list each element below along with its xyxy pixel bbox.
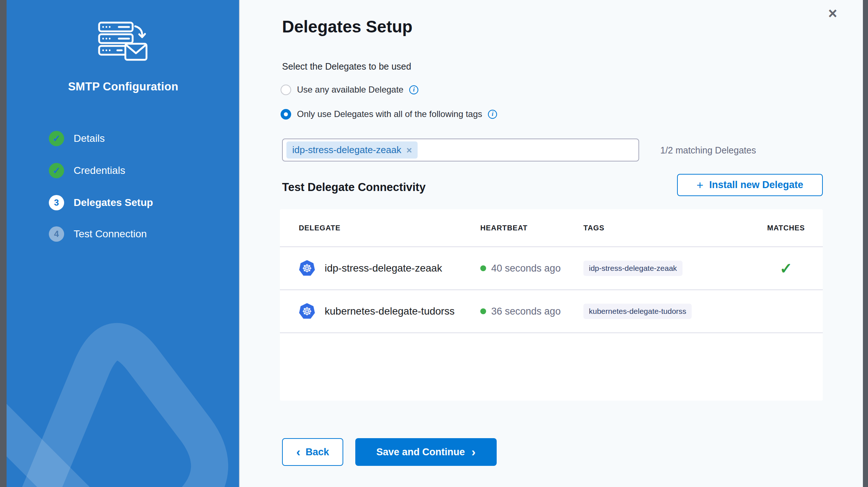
delegate-tag-badge: kubernetes-delegate-tudorss xyxy=(583,304,692,319)
back-button-label: Back xyxy=(305,447,329,458)
kubernetes-icon: ☸ xyxy=(299,260,315,277)
step-complete-check-icon: ✓ xyxy=(49,131,64,146)
sidebar-item-delegates-setup[interactable]: 3 Delegates Setup xyxy=(49,194,153,211)
smtp-servers-mail-icon xyxy=(98,21,149,62)
column-header-heartbeat: HEARTBEAT xyxy=(480,224,583,232)
wizard-title: SMTP Configuration xyxy=(7,80,240,93)
install-button-label: Install new Delegate xyxy=(709,179,803,191)
close-icon[interactable]: × xyxy=(824,5,841,22)
column-header-delegate: DELEGATE xyxy=(299,224,480,232)
step-number-badge: 4 xyxy=(49,226,64,242)
delegate-name: idp-stress-delegate-zeaak xyxy=(325,262,442,274)
delegate-tags-input[interactable]: idp-stress-delegate-zeaak × xyxy=(282,139,639,161)
heartbeat-time: 40 seconds ago xyxy=(491,263,561,274)
step-complete-check-icon: ✓ xyxy=(49,163,64,178)
kubernetes-icon: ☸ xyxy=(299,303,315,320)
sidebar-item-test-connection[interactable]: 4 Test Connection xyxy=(49,225,147,243)
radio-circle-selected-icon[interactable] xyxy=(281,109,291,120)
heartbeat-status-dot xyxy=(480,265,486,271)
plus-icon: + xyxy=(697,179,704,191)
radio-circle-icon[interactable] xyxy=(281,85,291,95)
save-button-label: Save and Continue xyxy=(376,447,465,458)
tag-chip-label: idp-stress-delegate-zeaak xyxy=(292,144,401,156)
remove-tag-icon[interactable]: × xyxy=(406,145,412,155)
radio-label: Only use Delegates with all of the follo… xyxy=(297,109,482,119)
chevron-right-icon: › xyxy=(472,445,476,458)
matching-delegates-count: 1/2 matching Delegates xyxy=(660,145,756,156)
wizard-sidebar: SMTP Configuration ✓ Details ✓ Credentia… xyxy=(7,0,240,487)
info-icon[interactable]: i xyxy=(488,110,497,119)
step-number-badge: 3 xyxy=(49,195,64,210)
heartbeat-time: 36 seconds ago xyxy=(491,306,561,317)
column-header-matches: MATCHES xyxy=(761,224,812,232)
sidebar-item-label: Details xyxy=(74,133,105,144)
heartbeat-status-dot xyxy=(480,308,486,314)
delegate-tag-badge: idp-stress-delegate-zeaak xyxy=(583,261,683,276)
radio-use-any-delegate[interactable]: Use any available Delegate i xyxy=(281,84,418,96)
table-row[interactable]: ☸ idp-stress-delegate-zeaak 40 seconds a… xyxy=(280,247,823,290)
match-check-icon: ✓ xyxy=(779,260,792,277)
harness-logo-watermark xyxy=(7,0,240,487)
table-row[interactable]: ☸ kubernetes-delegate-tudorss 36 seconds… xyxy=(280,290,823,333)
page-title: Delegates Setup xyxy=(282,17,413,36)
table-header-row: DELEGATE HEARTBEAT TAGS MATCHES xyxy=(280,209,823,247)
sidebar-item-label: Delegates Setup xyxy=(74,197,153,209)
select-delegates-label: Select the Delegates to be used xyxy=(282,61,411,72)
info-icon[interactable]: i xyxy=(409,85,418,94)
delegate-name: kubernetes-delegate-tudorss xyxy=(325,305,454,317)
test-connectivity-title: Test Delegate Connectivity xyxy=(282,181,426,194)
tag-chip: idp-stress-delegate-zeaak × xyxy=(286,141,418,159)
radio-delegates-with-tags[interactable]: Only use Delegates with all of the follo… xyxy=(281,108,497,120)
sidebar-item-details[interactable]: ✓ Details xyxy=(49,130,105,147)
delegates-table: DELEGATE HEARTBEAT TAGS MATCHES ☸ idp-st… xyxy=(280,209,823,401)
radio-label: Use any available Delegate xyxy=(297,85,403,95)
delegates-setup-panel: × Delegates Setup Select the Delegates t… xyxy=(240,0,863,487)
sidebar-item-label: Credentials xyxy=(74,165,125,176)
install-new-delegate-button[interactable]: + Install new Delegate xyxy=(677,174,823,196)
sidebar-item-label: Test Connection xyxy=(74,228,147,240)
sidebar-item-credentials[interactable]: ✓ Credentials xyxy=(49,162,125,179)
chevron-left-icon: ‹ xyxy=(296,445,300,458)
save-and-continue-button[interactable]: Save and Continue › xyxy=(355,438,497,466)
smtp-configuration-dialog: SMTP Configuration ✓ Details ✓ Credentia… xyxy=(7,0,863,487)
column-header-tags: TAGS xyxy=(583,224,761,232)
back-button[interactable]: ‹ Back xyxy=(282,438,343,466)
